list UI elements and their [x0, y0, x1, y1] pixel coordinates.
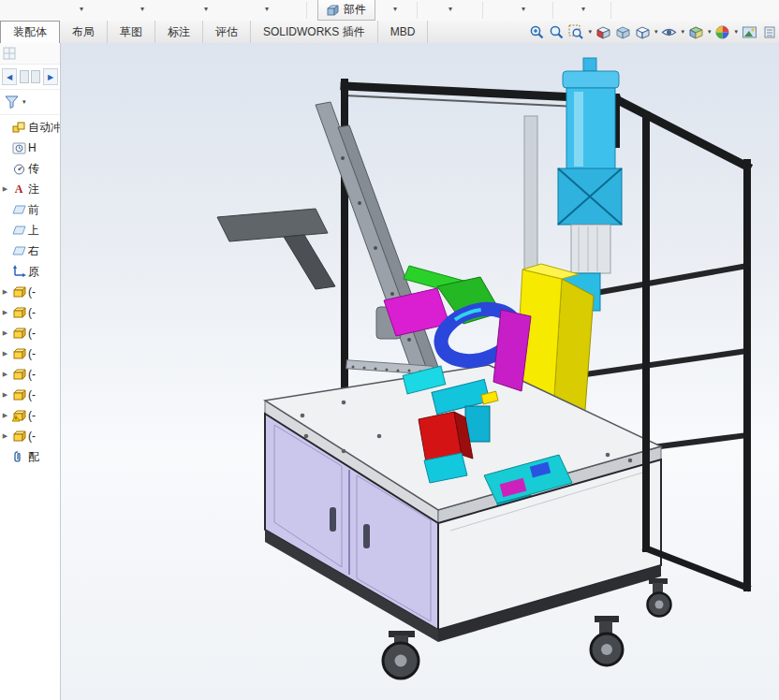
toolbar-dropdown-caret[interactable]: ▾: [265, 5, 269, 13]
tree-item-component-warning[interactable]: ▶ (-: [0, 405, 60, 426]
component-icon: [11, 327, 26, 341]
expand-arrow-icon[interactable]: ▶: [1, 371, 9, 378]
toolbar-dropdown-caret[interactable]: ▾: [80, 5, 83, 13]
mates-paperclip-icon: [11, 450, 26, 464]
view-orientation-icon[interactable]: [687, 23, 705, 41]
expand-arrow-icon[interactable]: ▶: [1, 185, 9, 193]
component-icon: [11, 430, 26, 444]
tree-item-component[interactable]: ▶ (-: [0, 282, 60, 302]
assembly-3d-model: [61, 43, 779, 700]
tree-item-label: (-: [28, 430, 36, 443]
hide-show-caret[interactable]: ▾: [681, 28, 684, 36]
panel-collapse-left-button[interactable]: ◀: [2, 68, 17, 85]
display-style-caret[interactable]: ▾: [654, 28, 658, 36]
hide-show-items-icon[interactable]: [660, 23, 678, 41]
sensors-icon: [11, 162, 26, 176]
component-button[interactable]: 部件: [317, 0, 375, 21]
tree-item-origin[interactable]: 原: [0, 261, 60, 282]
toolbar-dropdown-caret[interactable]: ▾: [581, 5, 585, 13]
history-icon: [11, 141, 26, 155]
tree-item-label: (-: [28, 306, 36, 319]
expand-arrow-icon[interactable]: ▶: [1, 288, 9, 296]
door-handle: [363, 524, 370, 548]
appearance-caret[interactable]: ▾: [734, 28, 738, 36]
tree-item-label: 自动冲: [28, 120, 60, 136]
component-warning-icon: [11, 409, 26, 423]
tree-item-label: (-: [28, 368, 36, 381]
zoom-fit-icon[interactable]: [548, 23, 566, 41]
tree-item-sensors[interactable]: 传: [0, 158, 60, 179]
tree-item-assembly-root[interactable]: 自动冲: [0, 117, 60, 138]
tree-item-label: 右: [28, 243, 39, 259]
tree-item-label: 传: [28, 161, 39, 177]
toolbar-dropdown-caret[interactable]: ▾: [522, 5, 525, 13]
tab-annotation[interactable]: 标注: [155, 21, 203, 43]
display-style-icon[interactable]: [634, 23, 652, 41]
tree-item-label: 原: [28, 264, 39, 280]
appearance-icon[interactable]: [713, 23, 731, 41]
tree-item-component[interactable]: ▶ (-: [0, 426, 60, 446]
filter-dropdown-caret[interactable]: ▾: [22, 98, 26, 106]
tree-item-label: (-: [28, 388, 36, 401]
tree-item-right-plane[interactable]: 右: [0, 241, 60, 261]
plane-icon: [11, 203, 26, 217]
toolbar-dropdown-caret[interactable]: ▾: [204, 5, 208, 13]
tree-item-annotations[interactable]: ▶ A 注: [0, 179, 60, 199]
tree-item-label: 前: [28, 202, 39, 218]
expand-arrow-icon[interactable]: ▶: [1, 391, 9, 399]
graphics-viewport[interactable]: [61, 43, 779, 700]
tree-item-mates[interactable]: 配: [0, 446, 60, 467]
tab-assembly[interactable]: 装配体: [0, 21, 60, 44]
plane-icon: [11, 244, 26, 258]
tree-item-front-plane[interactable]: 前: [0, 199, 60, 220]
section-view-icon[interactable]: [595, 23, 612, 41]
panel-expand-right-button[interactable]: ▶: [43, 68, 58, 85]
expand-arrow-icon[interactable]: ▶: [1, 432, 9, 440]
tree-item-component[interactable]: ▶ (-: [0, 302, 60, 323]
feature-manager-tabs[interactable]: [20, 70, 40, 83]
tree-item-label: (-: [28, 285, 36, 299]
tree-item-label: 配: [28, 449, 39, 465]
tab-sketch[interactable]: 草图: [108, 21, 155, 43]
tree-item-label: 注: [28, 182, 39, 197]
tree-item-history[interactable]: H: [0, 138, 60, 158]
plane-icon: [11, 224, 26, 238]
toolbar-dropdown-caret[interactable]: ▾: [393, 5, 397, 13]
view-orientation-caret[interactable]: ▾: [708, 28, 712, 36]
tab-mbd[interactable]: MBD: [378, 21, 429, 43]
tab-evaluate[interactable]: 评估: [203, 21, 251, 43]
zoom-in-icon[interactable]: [528, 23, 546, 41]
expand-arrow-icon[interactable]: ▶: [1, 350, 9, 357]
tree-item-label: (-: [28, 347, 36, 360]
annotations-icon: A: [11, 182, 26, 197]
tree-item-label: (-: [28, 327, 36, 340]
heads-up-view-toolbar: ▾ ▾ ▾ ▾ ▾: [528, 21, 779, 43]
tree-item-component[interactable]: ▶ (-: [0, 323, 60, 343]
tree-item-component[interactable]: ▶ (-: [0, 385, 60, 405]
toolbar-dropdown-caret[interactable]: ▾: [448, 5, 452, 13]
expand-arrow-icon[interactable]: ▶: [1, 329, 9, 337]
tab-layout[interactable]: 布局: [60, 21, 108, 43]
component-icon: [11, 285, 26, 299]
scene-icon[interactable]: [741, 23, 758, 41]
component-button-label: 部件: [344, 2, 366, 18]
expand-arrow-icon[interactable]: ▶: [1, 309, 9, 316]
side-shelf: [217, 209, 335, 289]
component-icon: [11, 368, 26, 382]
zoom-area-icon[interactable]: [567, 23, 585, 41]
filter-funnel-icon[interactable]: [5, 95, 19, 109]
solidworks-window: ▾ ▾ ▾ ▾ ▾ ▾ ▾ ▾ 部件 装配体 布局 草图 标注 评估 SOLID…: [0, 0, 779, 700]
options-icon[interactable]: [760, 23, 778, 41]
zoom-dropdown-caret[interactable]: ▾: [588, 28, 592, 36]
component-icon: [11, 347, 26, 361]
tree-item-component[interactable]: ▶ (-: [0, 364, 60, 385]
transparency-icon[interactable]: [614, 23, 632, 41]
tree-item-component[interactable]: ▶ (-: [0, 343, 60, 364]
tab-solidworks-addins[interactable]: SOLIDWORKS 插件: [251, 21, 378, 43]
display-pane-icon[interactable]: [3, 47, 16, 60]
toolbar-dropdown-caret[interactable]: ▾: [140, 5, 144, 13]
door-handle: [330, 507, 336, 532]
feature-manager-panel: ◀ ▶ ▾ 自动冲: [0, 43, 61, 700]
expand-arrow-icon[interactable]: ▶: [1, 412, 9, 419]
tree-item-top-plane[interactable]: 上: [0, 220, 60, 241]
